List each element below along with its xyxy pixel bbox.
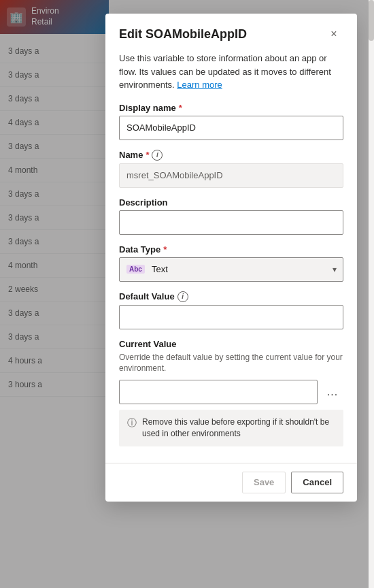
save-button[interactable]: Save <box>242 472 286 493</box>
description-label: Description <box>119 197 343 208</box>
name-input <box>119 163 343 188</box>
current-value-label: Current Value <box>119 339 343 349</box>
modal-description: Use this variable to store information a… <box>119 52 343 92</box>
type-badge: Abc <box>126 265 145 274</box>
current-value-input-row: ... <box>119 380 343 404</box>
current-value-section: Current Value Override the default value… <box>119 339 343 405</box>
default-value-input[interactable] <box>119 305 343 329</box>
default-value-info-icon[interactable]: i <box>177 291 188 302</box>
current-value-description: Override the default value by setting th… <box>119 352 343 375</box>
required-indicator: * <box>163 244 167 255</box>
info-box-text: Remove this value before exporting if it… <box>142 416 335 440</box>
display-name-label: Display name * <box>119 103 343 113</box>
display-name-field: Display name * <box>119 103 343 140</box>
info-box: ⓘ Remove this value before exporting if … <box>119 410 343 446</box>
scrollbar[interactable] <box>369 0 374 588</box>
modal-title: Edit SOAMobileAppID <box>119 27 247 42</box>
data-type-select[interactable]: Abc Text <box>119 257 343 282</box>
description-input[interactable] <box>119 210 343 235</box>
edit-variable-modal: Edit SOAMobileAppID × Use this variable … <box>105 14 357 502</box>
display-name-input[interactable] <box>119 116 343 140</box>
name-info-icon[interactable]: i <box>152 150 163 161</box>
data-type-select-wrapper: Abc Text ▾ <box>119 257 343 282</box>
default-value-field: Default Value i <box>119 291 343 329</box>
required-indicator: * <box>146 150 149 160</box>
name-field: Name * i <box>119 150 343 188</box>
data-type-field: Data Type * Abc Text ▾ <box>119 244 343 282</box>
info-circle-icon: ⓘ <box>127 417 137 429</box>
modal-footer: Save Cancel <box>105 463 357 502</box>
modal-close-button[interactable]: × <box>324 24 343 44</box>
modal-header: Edit SOAMobileAppID × <box>105 14 357 52</box>
data-type-label: Data Type * <box>119 244 343 255</box>
data-type-value: Text <box>152 264 168 274</box>
cancel-button[interactable]: Cancel <box>291 472 343 493</box>
scrollbar-thumb[interactable] <box>369 0 374 41</box>
learn-more-link[interactable]: Learn more <box>177 80 222 90</box>
description-field: Description <box>119 197 343 235</box>
modal-body: Use this variable to store information a… <box>105 52 357 463</box>
ellipsis-button[interactable]: ... <box>322 381 343 403</box>
default-value-label: Default Value i <box>119 291 343 302</box>
name-label: Name * i <box>119 150 343 161</box>
required-indicator: * <box>179 103 182 113</box>
current-value-input[interactable] <box>119 380 318 404</box>
